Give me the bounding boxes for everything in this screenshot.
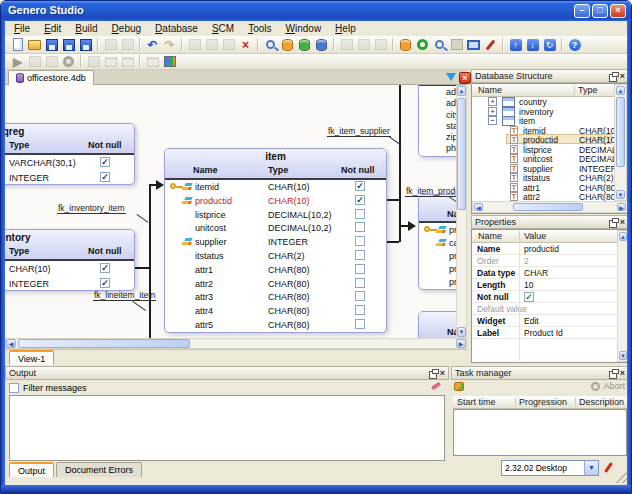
- notnull-checkbox[interactable]: [355, 209, 365, 219]
- property-row-widget[interactable]: WidgetEdit: [472, 315, 617, 327]
- maximize-button[interactable]: □: [592, 4, 608, 18]
- zoom-icon[interactable]: [431, 37, 448, 53]
- task-manager-header[interactable]: Task manager ×: [451, 366, 629, 380]
- close-panel-icon[interactable]: ×: [620, 218, 625, 227]
- rebuild-icon[interactable]: [355, 37, 372, 53]
- hscroll-thumb[interactable]: [18, 339, 190, 348]
- title-bar[interactable]: Genero Studio – □ ×: [1, 1, 631, 21]
- notnull-checkbox[interactable]: [355, 222, 365, 232]
- properties-header[interactable]: Properties ×: [471, 215, 629, 229]
- float-panel-icon[interactable]: [429, 369, 437, 377]
- notnull-checkbox-checked[interactable]: ✓: [355, 181, 365, 191]
- scroll-down-icon[interactable]: ▼: [616, 190, 625, 199]
- customize-icon[interactable]: [482, 37, 499, 53]
- output-text-area[interactable]: [9, 395, 445, 461]
- notnull-checkbox-checked[interactable]: ✓: [100, 263, 110, 273]
- diagram-view-icon[interactable]: [161, 54, 178, 70]
- column-row[interactable]: VARCHAR(30,1)✓: [5, 155, 134, 170]
- scroll-left-icon[interactable]: ◀: [6, 339, 16, 348]
- item-column-row[interactable]: attr4CHAR(80): [165, 304, 386, 318]
- tree-row-inventory[interactable]: +inventory: [473, 107, 600, 117]
- db-update-icon[interactable]: [296, 37, 313, 53]
- minimize-button[interactable]: –: [574, 4, 590, 18]
- db-schema-icon[interactable]: [397, 37, 414, 53]
- notnull-checkbox[interactable]: [355, 250, 365, 260]
- column-row[interactable]: pho: [419, 142, 456, 153]
- task-column-header[interactable]: Start timeProgressionDescription: [453, 396, 627, 409]
- tree-row-supplier[interactable]: TsupplierINTEGER: [473, 164, 600, 174]
- float-panel-icon[interactable]: [609, 218, 617, 226]
- item-column-row[interactable]: attr3CHAR(80): [165, 290, 386, 304]
- property-row-not-null[interactable]: Not null✓: [472, 291, 617, 303]
- collapse-icon[interactable]: −: [488, 116, 497, 125]
- close-panel-icon[interactable]: ×: [440, 369, 445, 378]
- column-row[interactable]: add: [419, 97, 456, 108]
- float-panel-icon[interactable]: [609, 72, 617, 80]
- tab-officestore[interactable]: officestore.4db: [8, 70, 94, 85]
- menu-tools[interactable]: Tools: [241, 22, 278, 35]
- build-icon[interactable]: [338, 37, 355, 53]
- table-bottom-partial[interactable]: Name: [418, 311, 456, 338]
- notnull-checkbox[interactable]: [355, 291, 365, 301]
- properties-column-header[interactable]: Name Value: [472, 230, 628, 243]
- tab-output[interactable]: Output: [9, 462, 54, 477]
- scroll-down-icon[interactable]: ▼: [619, 351, 627, 360]
- menu-window[interactable]: Window: [279, 22, 329, 35]
- column-row[interactable]: INTEGER✓: [5, 276, 134, 291]
- notnull-checkbox-checked[interactable]: ✓: [100, 157, 110, 167]
- scroll-down-icon[interactable]: ▼: [457, 327, 466, 337]
- property-row-name[interactable]: Nameproductid: [472, 243, 617, 255]
- property-checkbox-checked[interactable]: ✓: [524, 292, 534, 302]
- close-panel-icon[interactable]: ×: [620, 369, 625, 378]
- tree-hscrollbar[interactable]: ◀ ▶: [472, 201, 628, 213]
- table-product-partial[interactable]: Nameprocatpropropro: [418, 194, 456, 290]
- scroll-right-icon[interactable]: ▶: [617, 203, 626, 211]
- close-button[interactable]: ×: [610, 4, 626, 18]
- save-icon[interactable]: [43, 37, 60, 53]
- item-column-row[interactable]: attr5CHAR(80): [165, 318, 386, 332]
- menu-edit[interactable]: Edit: [37, 22, 68, 35]
- column-row[interactable]: pro: [419, 275, 456, 288]
- version-selector[interactable]: 2.32.02 Desktop ▼: [501, 460, 599, 476]
- new-file-icon[interactable]: [9, 37, 26, 53]
- open-file-icon[interactable]: [26, 37, 43, 53]
- table-supplier-partial[interactable]: addaddcitystazippho: [418, 85, 456, 157]
- item-column-row[interactable]: itstatusCHAR(2): [165, 249, 386, 263]
- notnull-checkbox[interactable]: [355, 319, 365, 329]
- db-manage-icon[interactable]: [313, 37, 330, 53]
- run-icon[interactable]: ▶: [9, 54, 26, 70]
- table-inventory[interactable]: inventoryNameTypeNot nullCHAR(10)✓INTEGE…: [5, 229, 135, 291]
- editor-close-button[interactable]: ×: [459, 72, 471, 84]
- notnull-checkbox[interactable]: [355, 236, 365, 246]
- tab-list-dropdown-icon[interactable]: [446, 73, 456, 81]
- tree-row-item[interactable]: −item: [473, 116, 600, 126]
- tree-hscroll-thumb[interactable]: [513, 203, 583, 211]
- item-column-row[interactable]: productidCHAR(10)✓: [165, 194, 386, 208]
- fk-inventory-item-label[interactable]: fk_inventory_item: [57, 203, 126, 214]
- cascade-window-icon[interactable]: [102, 54, 119, 70]
- tree-row-unitcost[interactable]: TunitcostDECIMAL(10,2): [473, 154, 600, 164]
- menu-scm[interactable]: SCM: [205, 22, 241, 35]
- copy-icon[interactable]: [203, 37, 220, 53]
- schema-tree[interactable]: +country+inventory−itemTitemidCHAR(10)Tp…: [472, 97, 614, 201]
- diagram-hscrollbar[interactable]: ◀ ▶: [5, 338, 467, 349]
- notnull-checkbox-checked[interactable]: ✓: [100, 172, 110, 182]
- tree-row-attr1[interactable]: Tattr1CHAR(80): [473, 183, 600, 193]
- menu-file[interactable]: File: [7, 22, 37, 35]
- tree-vscrollbar[interactable]: ▲ ▼: [614, 84, 627, 201]
- notnull-checkbox[interactable]: [355, 264, 365, 274]
- check-icon[interactable]: [414, 37, 431, 53]
- print-preview-icon[interactable]: [119, 37, 136, 53]
- tab-document-errors[interactable]: Document Errors: [56, 462, 142, 477]
- dropdown-arrow-icon[interactable]: ▼: [584, 461, 598, 475]
- paste-icon[interactable]: [220, 37, 237, 53]
- debug-icon[interactable]: [26, 54, 43, 70]
- column-row[interactable]: add: [419, 86, 456, 97]
- fk-item-supplier-label[interactable]: fk_item_supplier: [327, 126, 391, 137]
- notnull-checkbox-checked[interactable]: ✓: [100, 278, 110, 288]
- save-as-icon[interactable]: [60, 37, 77, 53]
- column-row[interactable]: CHAR(10)✓: [5, 261, 134, 276]
- column-row[interactable]: pro: [419, 249, 456, 262]
- breakpoint-icon[interactable]: [85, 54, 102, 70]
- find-icon[interactable]: [262, 37, 279, 53]
